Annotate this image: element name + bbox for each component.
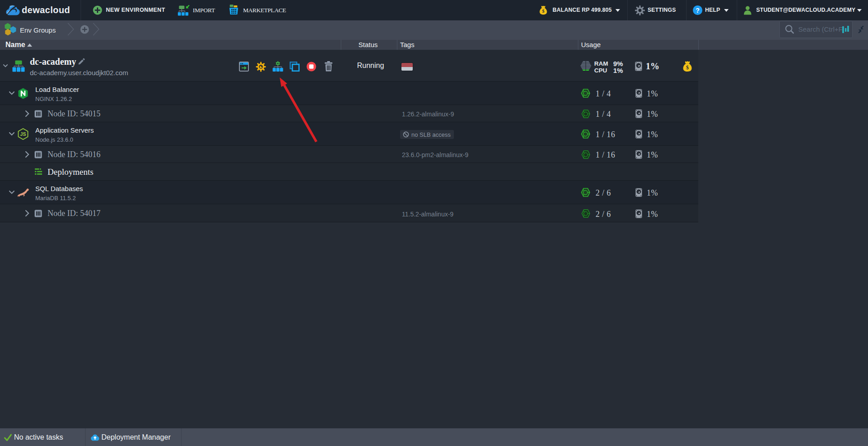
svg-text:$: $	[686, 65, 689, 71]
svg-text:?: ?	[696, 7, 700, 14]
svg-text:$: $	[542, 9, 544, 14]
svg-text:JS: JS	[20, 131, 26, 137]
